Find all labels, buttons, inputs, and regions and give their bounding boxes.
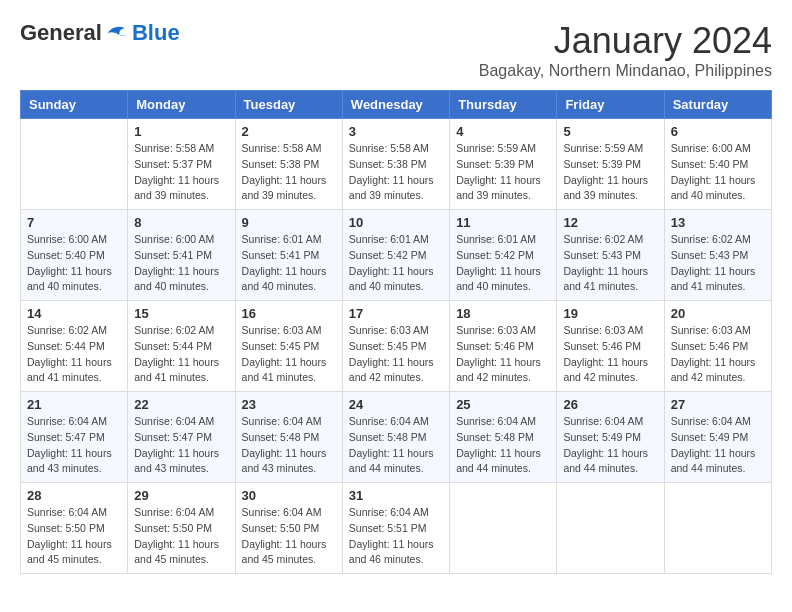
day-info: Sunrise: 6:03 AMSunset: 5:46 PMDaylight:… bbox=[456, 323, 550, 386]
day-number: 30 bbox=[242, 488, 336, 503]
day-info: Sunrise: 6:04 AMSunset: 5:48 PMDaylight:… bbox=[242, 414, 336, 477]
weekday-header-wednesday: Wednesday bbox=[342, 91, 449, 119]
calendar-cell: 13Sunrise: 6:02 AMSunset: 5:43 PMDayligh… bbox=[664, 210, 771, 301]
calendar-cell: 18Sunrise: 6:03 AMSunset: 5:46 PMDayligh… bbox=[450, 301, 557, 392]
day-info: Sunrise: 5:58 AMSunset: 5:38 PMDaylight:… bbox=[242, 141, 336, 204]
day-info: Sunrise: 6:03 AMSunset: 5:46 PMDaylight:… bbox=[563, 323, 657, 386]
day-number: 10 bbox=[349, 215, 443, 230]
day-number: 23 bbox=[242, 397, 336, 412]
day-number: 7 bbox=[27, 215, 121, 230]
day-number: 2 bbox=[242, 124, 336, 139]
day-info: Sunrise: 6:04 AMSunset: 5:48 PMDaylight:… bbox=[456, 414, 550, 477]
day-number: 8 bbox=[134, 215, 228, 230]
calendar-cell: 29Sunrise: 6:04 AMSunset: 5:50 PMDayligh… bbox=[128, 483, 235, 574]
day-info: Sunrise: 5:58 AMSunset: 5:37 PMDaylight:… bbox=[134, 141, 228, 204]
day-info: Sunrise: 6:04 AMSunset: 5:51 PMDaylight:… bbox=[349, 505, 443, 568]
calendar-cell: 24Sunrise: 6:04 AMSunset: 5:48 PMDayligh… bbox=[342, 392, 449, 483]
calendar-cell: 4Sunrise: 5:59 AMSunset: 5:39 PMDaylight… bbox=[450, 119, 557, 210]
logo-blue-text: Blue bbox=[132, 20, 180, 46]
day-info: Sunrise: 6:02 AMSunset: 5:43 PMDaylight:… bbox=[563, 232, 657, 295]
calendar-cell: 21Sunrise: 6:04 AMSunset: 5:47 PMDayligh… bbox=[21, 392, 128, 483]
weekday-header-sunday: Sunday bbox=[21, 91, 128, 119]
calendar-cell: 27Sunrise: 6:04 AMSunset: 5:49 PMDayligh… bbox=[664, 392, 771, 483]
day-info: Sunrise: 6:03 AMSunset: 5:45 PMDaylight:… bbox=[349, 323, 443, 386]
day-info: Sunrise: 6:01 AMSunset: 5:41 PMDaylight:… bbox=[242, 232, 336, 295]
day-number: 4 bbox=[456, 124, 550, 139]
logo-general-text: General bbox=[20, 20, 102, 46]
weekday-header-tuesday: Tuesday bbox=[235, 91, 342, 119]
calendar-cell: 17Sunrise: 6:03 AMSunset: 5:45 PMDayligh… bbox=[342, 301, 449, 392]
day-info: Sunrise: 6:04 AMSunset: 5:47 PMDaylight:… bbox=[134, 414, 228, 477]
calendar-week-row: 14Sunrise: 6:02 AMSunset: 5:44 PMDayligh… bbox=[21, 301, 772, 392]
day-info: Sunrise: 6:04 AMSunset: 5:50 PMDaylight:… bbox=[242, 505, 336, 568]
page-header: General Blue January 2024 Bagakay, North… bbox=[20, 20, 772, 80]
calendar-cell: 16Sunrise: 6:03 AMSunset: 5:45 PMDayligh… bbox=[235, 301, 342, 392]
calendar-cell: 8Sunrise: 6:00 AMSunset: 5:41 PMDaylight… bbox=[128, 210, 235, 301]
calendar-cell: 12Sunrise: 6:02 AMSunset: 5:43 PMDayligh… bbox=[557, 210, 664, 301]
day-info: Sunrise: 6:01 AMSunset: 5:42 PMDaylight:… bbox=[456, 232, 550, 295]
day-number: 25 bbox=[456, 397, 550, 412]
calendar-cell: 9Sunrise: 6:01 AMSunset: 5:41 PMDaylight… bbox=[235, 210, 342, 301]
calendar-cell bbox=[21, 119, 128, 210]
day-info: Sunrise: 6:04 AMSunset: 5:50 PMDaylight:… bbox=[27, 505, 121, 568]
day-number: 3 bbox=[349, 124, 443, 139]
calendar-cell: 1Sunrise: 5:58 AMSunset: 5:37 PMDaylight… bbox=[128, 119, 235, 210]
weekday-header-thursday: Thursday bbox=[450, 91, 557, 119]
weekday-header-row: SundayMondayTuesdayWednesdayThursdayFrid… bbox=[21, 91, 772, 119]
calendar-cell bbox=[450, 483, 557, 574]
day-number: 21 bbox=[27, 397, 121, 412]
day-number: 13 bbox=[671, 215, 765, 230]
calendar-cell: 6Sunrise: 6:00 AMSunset: 5:40 PMDaylight… bbox=[664, 119, 771, 210]
calendar-cell bbox=[557, 483, 664, 574]
day-number: 17 bbox=[349, 306, 443, 321]
day-number: 26 bbox=[563, 397, 657, 412]
calendar-week-row: 7Sunrise: 6:00 AMSunset: 5:40 PMDaylight… bbox=[21, 210, 772, 301]
calendar-cell: 19Sunrise: 6:03 AMSunset: 5:46 PMDayligh… bbox=[557, 301, 664, 392]
day-number: 6 bbox=[671, 124, 765, 139]
weekday-header-monday: Monday bbox=[128, 91, 235, 119]
day-info: Sunrise: 6:00 AMSunset: 5:41 PMDaylight:… bbox=[134, 232, 228, 295]
calendar-cell: 3Sunrise: 5:58 AMSunset: 5:38 PMDaylight… bbox=[342, 119, 449, 210]
calendar-cell: 11Sunrise: 6:01 AMSunset: 5:42 PMDayligh… bbox=[450, 210, 557, 301]
day-number: 11 bbox=[456, 215, 550, 230]
weekday-header-friday: Friday bbox=[557, 91, 664, 119]
day-number: 5 bbox=[563, 124, 657, 139]
day-info: Sunrise: 6:04 AMSunset: 5:48 PMDaylight:… bbox=[349, 414, 443, 477]
calendar-cell: 22Sunrise: 6:04 AMSunset: 5:47 PMDayligh… bbox=[128, 392, 235, 483]
day-info: Sunrise: 6:02 AMSunset: 5:44 PMDaylight:… bbox=[27, 323, 121, 386]
day-info: Sunrise: 6:02 AMSunset: 5:44 PMDaylight:… bbox=[134, 323, 228, 386]
day-info: Sunrise: 6:02 AMSunset: 5:43 PMDaylight:… bbox=[671, 232, 765, 295]
calendar-cell bbox=[664, 483, 771, 574]
day-number: 31 bbox=[349, 488, 443, 503]
day-info: Sunrise: 6:01 AMSunset: 5:42 PMDaylight:… bbox=[349, 232, 443, 295]
calendar-cell: 26Sunrise: 6:04 AMSunset: 5:49 PMDayligh… bbox=[557, 392, 664, 483]
calendar-table: SundayMondayTuesdayWednesdayThursdayFrid… bbox=[20, 90, 772, 574]
calendar-cell: 30Sunrise: 6:04 AMSunset: 5:50 PMDayligh… bbox=[235, 483, 342, 574]
day-info: Sunrise: 6:04 AMSunset: 5:49 PMDaylight:… bbox=[563, 414, 657, 477]
calendar-cell: 25Sunrise: 6:04 AMSunset: 5:48 PMDayligh… bbox=[450, 392, 557, 483]
day-info: Sunrise: 6:04 AMSunset: 5:49 PMDaylight:… bbox=[671, 414, 765, 477]
location-title: Bagakay, Northern Mindanao, Philippines bbox=[479, 62, 772, 80]
day-info: Sunrise: 6:00 AMSunset: 5:40 PMDaylight:… bbox=[27, 232, 121, 295]
logo: General Blue bbox=[20, 20, 180, 46]
day-info: Sunrise: 6:03 AMSunset: 5:45 PMDaylight:… bbox=[242, 323, 336, 386]
day-info: Sunrise: 5:58 AMSunset: 5:38 PMDaylight:… bbox=[349, 141, 443, 204]
title-area: January 2024 Bagakay, Northern Mindanao,… bbox=[479, 20, 772, 80]
day-info: Sunrise: 5:59 AMSunset: 5:39 PMDaylight:… bbox=[456, 141, 550, 204]
day-info: Sunrise: 6:04 AMSunset: 5:50 PMDaylight:… bbox=[134, 505, 228, 568]
day-number: 14 bbox=[27, 306, 121, 321]
calendar-cell: 7Sunrise: 6:00 AMSunset: 5:40 PMDaylight… bbox=[21, 210, 128, 301]
day-number: 28 bbox=[27, 488, 121, 503]
calendar-cell: 15Sunrise: 6:02 AMSunset: 5:44 PMDayligh… bbox=[128, 301, 235, 392]
day-number: 15 bbox=[134, 306, 228, 321]
day-number: 19 bbox=[563, 306, 657, 321]
calendar-cell: 31Sunrise: 6:04 AMSunset: 5:51 PMDayligh… bbox=[342, 483, 449, 574]
day-info: Sunrise: 6:04 AMSunset: 5:47 PMDaylight:… bbox=[27, 414, 121, 477]
day-number: 12 bbox=[563, 215, 657, 230]
calendar-week-row: 21Sunrise: 6:04 AMSunset: 5:47 PMDayligh… bbox=[21, 392, 772, 483]
day-info: Sunrise: 6:03 AMSunset: 5:46 PMDaylight:… bbox=[671, 323, 765, 386]
calendar-week-row: 28Sunrise: 6:04 AMSunset: 5:50 PMDayligh… bbox=[21, 483, 772, 574]
calendar-cell: 5Sunrise: 5:59 AMSunset: 5:39 PMDaylight… bbox=[557, 119, 664, 210]
day-number: 22 bbox=[134, 397, 228, 412]
day-info: Sunrise: 6:00 AMSunset: 5:40 PMDaylight:… bbox=[671, 141, 765, 204]
